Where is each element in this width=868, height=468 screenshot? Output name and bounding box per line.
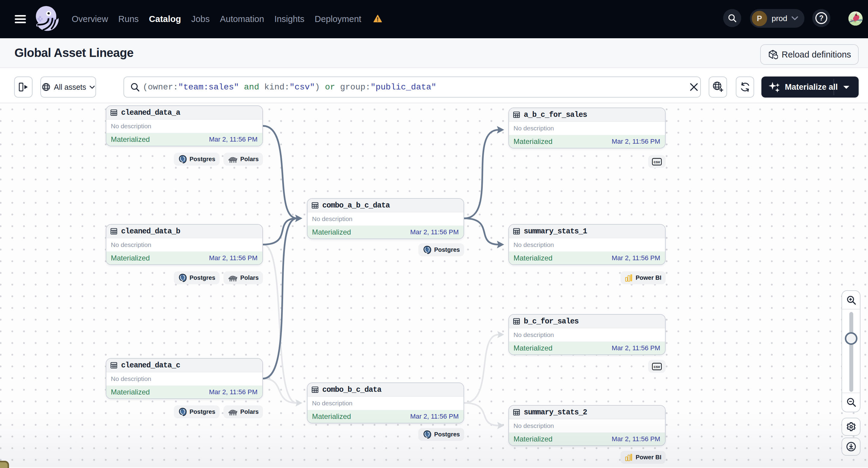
svg-text:csv: csv (654, 160, 660, 164)
svg-text:csv: csv (654, 365, 660, 369)
svg-text:?: ? (819, 14, 824, 22)
